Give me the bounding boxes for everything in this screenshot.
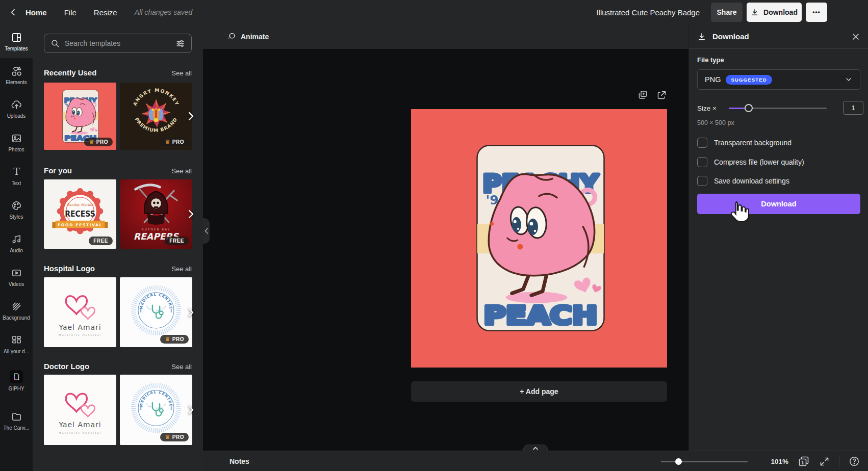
pro-badge: ♛PRO — [160, 433, 189, 441]
close-icon[interactable] — [851, 32, 861, 42]
crown-icon: ♛ — [89, 139, 94, 145]
chevron-left-icon — [205, 228, 209, 234]
sidebar-item-all-your-designs[interactable]: All your d... — [0, 327, 33, 361]
see-all-link[interactable]: See all — [171, 167, 192, 175]
sidebar-item-templates[interactable]: Templates — [0, 24, 33, 58]
option-save-settings[interactable]: Save download settings — [697, 176, 789, 186]
uploads-icon — [11, 99, 22, 111]
document-title[interactable]: Illustrated Cute Peachy Badge — [596, 8, 700, 17]
designs-grid-icon — [11, 334, 22, 346]
download-confirm-button[interactable]: Download — [697, 194, 860, 214]
size-slider[interactable] — [729, 101, 827, 115]
sidebar-label: The Canv... — [4, 425, 30, 431]
animate-icon — [226, 32, 236, 42]
download-icon — [697, 32, 706, 41]
sidebar-label: Templates — [5, 46, 28, 51]
size-value-input[interactable] — [843, 101, 863, 115]
carousel-next-chevron-icon[interactable] — [188, 112, 194, 121]
canvas-toolbar: Animate — [203, 24, 688, 49]
audio-icon — [11, 233, 22, 245]
filter-icon[interactable] — [175, 39, 185, 48]
zoom-slider-thumb[interactable] — [675, 458, 682, 465]
animate-label: Animate — [241, 33, 269, 41]
sidebar-item-text[interactable]: T Text — [0, 159, 33, 193]
page-actions — [637, 90, 667, 100]
share-button[interactable]: Share — [711, 3, 743, 22]
see-all-link[interactable]: See all — [171, 69, 192, 77]
template-thumb-peachy-badge[interactable]: ♛PRO — [44, 83, 116, 150]
resize-menu[interactable]: Resize — [94, 8, 117, 17]
chevron-up-icon — [533, 447, 538, 450]
sidebar-label: Styles — [9, 214, 23, 220]
option-label: Save download settings — [714, 177, 789, 185]
giphy-icon — [10, 370, 23, 383]
sidebar-item-giphy[interactable]: GIPHY — [0, 364, 33, 398]
zoom-slider[interactable] — [661, 456, 748, 466]
section-title: Recently Used — [44, 68, 96, 77]
design-page[interactable] — [411, 109, 667, 368]
notes-button[interactable]: Notes — [229, 451, 249, 471]
option-label: Compress file (lower quality) — [714, 158, 804, 166]
checkbox[interactable] — [697, 157, 707, 167]
animate-button[interactable]: Animate — [221, 29, 274, 45]
sidebar-item-videos[interactable]: Videos — [0, 260, 33, 294]
template-thumb-recess[interactable]: FREE — [44, 179, 116, 249]
file-menu[interactable]: File — [64, 8, 76, 17]
template-thumb-medical-centre[interactable]: ♛PRO — [120, 277, 192, 347]
duplicate-page-icon[interactable] — [637, 90, 648, 100]
sidebar-item-uploads[interactable]: Uploads — [0, 92, 33, 125]
pages-view-button[interactable]: 1 — [798, 455, 810, 467]
download-panel-title: Download — [712, 32, 749, 41]
help-button[interactable] — [849, 456, 860, 467]
free-badge: FREE — [89, 237, 113, 245]
crown-icon: ♛ — [165, 434, 170, 440]
search-input[interactable] — [65, 39, 170, 47]
bottom-bar-collapse-tab[interactable] — [523, 444, 548, 451]
search-icon — [50, 39, 60, 48]
option-label: Transparent background — [714, 139, 792, 147]
panel-collapse-handle[interactable] — [203, 218, 210, 244]
add-page-button[interactable]: + Add page — [411, 381, 667, 402]
divider — [839, 456, 839, 467]
fullscreen-button[interactable] — [819, 456, 830, 467]
pro-badge: ♛PRO — [160, 335, 189, 344]
sidebar-item-the-canva-folder[interactable]: The Canv... — [0, 404, 33, 437]
sidebar-item-background[interactable]: Background — [0, 294, 33, 327]
more-options-button[interactable]: ••• — [806, 3, 827, 22]
size-label: Size × — [697, 104, 729, 112]
template-thumb-medical-centre[interactable]: ♛PRO — [120, 375, 192, 445]
download-top-label: Download — [763, 8, 798, 16]
template-thumb-reapers[interactable]: FREE — [120, 179, 192, 249]
carousel-next-chevron-icon[interactable] — [188, 405, 194, 414]
sidebar-item-photos[interactable]: Photos — [0, 125, 33, 159]
checkbox[interactable] — [697, 138, 707, 148]
size-row: Size × — [697, 101, 860, 115]
canva-editor: Home File Resize All changes saved Illus… — [0, 0, 868, 471]
see-all-link[interactable]: See all — [171, 265, 192, 273]
option-compress-file[interactable]: Compress file (lower quality) — [697, 157, 804, 167]
zoom-level[interactable]: 101% — [768, 458, 788, 465]
home-button[interactable]: Home — [9, 8, 47, 17]
sidebar-item-styles[interactable]: Styles — [0, 193, 33, 226]
template-thumb-yael-amari[interactable] — [44, 277, 116, 347]
carousel-next-chevron-icon[interactable] — [188, 210, 194, 219]
section-header-for-you: For you See all — [44, 166, 192, 175]
checkbox[interactable] — [697, 176, 707, 186]
sidebar-item-audio[interactable]: Audio — [0, 226, 33, 260]
export-page-icon[interactable] — [656, 90, 667, 100]
template-thumb-yael-amari[interactable] — [44, 375, 116, 445]
download-top-button[interactable]: Download — [747, 3, 802, 22]
carousel-next-chevron-icon[interactable] — [188, 308, 194, 317]
file-type-select[interactable]: PNG SUGGESTED — [697, 69, 860, 90]
file-type-value: PNG — [705, 75, 721, 84]
pro-badge: ♛PRO — [84, 138, 113, 146]
option-transparent-background[interactable]: Transparent background — [697, 138, 792, 148]
size-slider-thumb[interactable] — [745, 104, 753, 112]
template-thumb-angry-monkey[interactable]: ♛PRO — [120, 83, 192, 150]
see-all-link[interactable]: See all — [171, 363, 192, 371]
sidebar-item-elements[interactable]: Elements — [0, 58, 33, 92]
home-label: Home — [25, 8, 47, 17]
download-panel: Download File type PNG SUGGESTED Size × … — [688, 24, 868, 451]
sidebar-label: Videos — [9, 281, 24, 287]
section-title: Hospital Logo — [44, 264, 95, 273]
